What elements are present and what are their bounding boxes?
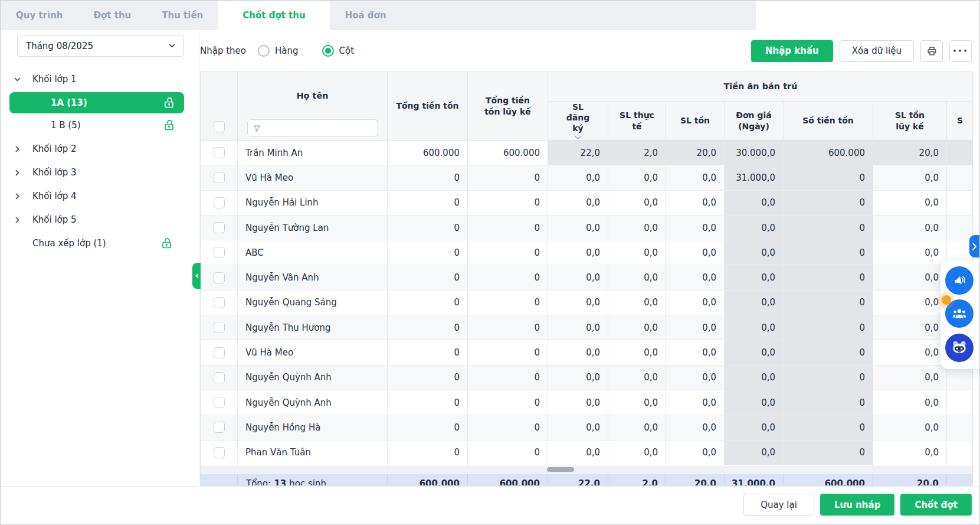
col-sl-dang-ky[interactable]: SL đăng ký xyxy=(548,102,608,140)
value-cell[interactable]: 0,0 xyxy=(608,165,666,190)
value-cell[interactable]: 0,0 xyxy=(608,291,666,315)
horizontal-scrollbar-thumb[interactable] xyxy=(547,467,574,472)
row-checkbox[interactable] xyxy=(214,197,225,208)
clear-data-button[interactable]: Xóa dữ liệu xyxy=(840,40,914,62)
value-cell[interactable]: 0,0 xyxy=(873,415,947,439)
value-cell[interactable]: 0,0 xyxy=(548,191,608,215)
value-cell[interactable]: 0,0 xyxy=(548,415,608,439)
value-cell[interactable]: 0,0 xyxy=(548,265,608,289)
value-cell[interactable]: 0,0 xyxy=(548,165,608,190)
value-cell[interactable]: 0,0 xyxy=(608,390,666,415)
finalize-button[interactable]: Chốt đợt xyxy=(900,494,972,516)
row-checkbox[interactable] xyxy=(214,272,225,283)
sidebar-item-1a[interactable]: 1A (13) xyxy=(9,92,184,113)
row-checkbox[interactable] xyxy=(214,247,225,258)
tab-dot-thu[interactable]: Đợt thu xyxy=(78,1,147,30)
back-button[interactable]: Quay lại xyxy=(743,494,814,516)
value-cell[interactable]: 0,0 xyxy=(873,315,947,340)
value-cell[interactable]: 0,0 xyxy=(873,366,947,390)
value-cell[interactable]: 0,0 xyxy=(873,340,947,364)
value-cell[interactable]: 0,0 xyxy=(608,315,666,340)
value-cell[interactable]: 0,0 xyxy=(608,216,666,240)
row-checkbox[interactable] xyxy=(214,222,225,233)
tab-hoa-don[interactable]: Hoá đơn xyxy=(330,1,402,30)
row-checkbox[interactable] xyxy=(214,322,225,333)
row-checkbox[interactable] xyxy=(214,397,225,408)
row-checkbox[interactable] xyxy=(214,147,225,158)
value-cell[interactable]: 0,0 xyxy=(873,240,947,265)
value-cell[interactable]: 0,0 xyxy=(666,165,725,190)
value-cell[interactable]: 0,0 xyxy=(548,240,608,265)
sidebar-group-khoi-lop-4[interactable]: Khối lớp 4 xyxy=(1,184,199,208)
value-cell[interactable]: 0,0 xyxy=(548,366,608,390)
value-cell[interactable]: 0,0 xyxy=(873,291,947,315)
row-checkbox[interactable] xyxy=(214,447,225,458)
month-select[interactable]: Tháng 08/2025 xyxy=(17,35,183,57)
value-cell[interactable]: 0,0 xyxy=(548,441,608,465)
value-cell[interactable]: 0,0 xyxy=(873,216,947,240)
value-cell[interactable]: 0,0 xyxy=(666,240,725,265)
value-cell[interactable]: 0,0 xyxy=(666,441,725,465)
value-cell[interactable] xyxy=(947,415,973,439)
value-cell[interactable] xyxy=(947,165,973,190)
radio-row[interactable]: Hàng xyxy=(258,45,299,57)
value-cell[interactable] xyxy=(947,191,973,215)
horizontal-scrollbar-track[interactable] xyxy=(201,466,972,473)
value-cell[interactable]: 0,0 xyxy=(548,315,608,340)
tab-thu-tien[interactable]: Thu tiền xyxy=(146,1,218,30)
row-checkbox[interactable] xyxy=(214,372,225,383)
sidebar-group-khoi-lop-1[interactable]: Khối lớp 1 xyxy=(1,67,199,91)
value-cell[interactable]: 0,0 xyxy=(608,191,666,215)
value-cell[interactable]: 0,0 xyxy=(666,191,725,215)
value-cell[interactable]: 0,0 xyxy=(608,415,666,439)
print-button[interactable] xyxy=(920,40,943,62)
value-cell[interactable]: 0,0 xyxy=(608,366,666,390)
sidebar-group-khoi-lop-5[interactable]: Khối lớp 5 xyxy=(1,208,199,231)
value-cell[interactable]: 0,0 xyxy=(608,340,666,364)
tab-chot-dot-thu[interactable]: Chốt đợt thu xyxy=(218,1,329,30)
announcement-button[interactable] xyxy=(945,266,974,295)
value-cell[interactable]: 0,0 xyxy=(873,390,947,415)
value-cell[interactable]: 0,0 xyxy=(666,415,725,439)
sidebar-collapse-handle[interactable] xyxy=(192,263,201,289)
value-cell[interactable]: 0,0 xyxy=(666,390,725,415)
value-cell[interactable] xyxy=(947,441,973,465)
value-cell[interactable]: 0,0 xyxy=(666,315,725,340)
assistant-mascot-button[interactable] xyxy=(945,334,974,362)
value-cell[interactable]: 0,0 xyxy=(873,191,947,215)
value-cell[interactable]: 0,0 xyxy=(548,291,608,315)
sidebar-group-khoi-lop-2[interactable]: Khối lớp 2 xyxy=(1,137,199,161)
import-button[interactable]: Nhập khẩu xyxy=(751,40,833,62)
sidebar-group-khoi-lop-3[interactable]: Khối lớp 3 xyxy=(1,161,199,184)
value-cell[interactable]: 0,0 xyxy=(548,390,608,415)
value-cell[interactable] xyxy=(947,216,973,240)
value-cell[interactable]: 0,0 xyxy=(873,441,947,465)
row-checkbox[interactable] xyxy=(214,347,225,358)
value-cell[interactable]: 0,0 xyxy=(608,265,666,289)
community-button[interactable] xyxy=(945,299,974,328)
name-filter-input[interactable] xyxy=(247,119,378,137)
row-checkbox[interactable] xyxy=(214,172,225,183)
value-cell[interactable]: 0,0 xyxy=(873,265,947,289)
select-all-checkbox[interactable] xyxy=(214,121,225,132)
radio-column[interactable]: Cột xyxy=(322,45,355,57)
value-cell[interactable]: 0,0 xyxy=(548,340,608,364)
sidebar-item-chua-xep-lop[interactable]: Chưa xếp lớp (1) xyxy=(1,231,199,255)
value-cell[interactable]: 0,0 xyxy=(666,366,725,390)
row-checkbox[interactable] xyxy=(214,422,225,433)
value-cell[interactable]: 0,0 xyxy=(666,216,725,240)
value-cell[interactable]: 0,0 xyxy=(608,441,666,465)
value-cell[interactable] xyxy=(947,390,973,415)
value-cell[interactable]: 0,0 xyxy=(666,265,725,289)
value-cell[interactable]: 0,0 xyxy=(666,340,725,364)
save-draft-button[interactable]: Lưu nháp xyxy=(820,494,894,516)
sidebar-item-1b[interactable]: 1 B (5) xyxy=(9,115,184,136)
value-cell[interactable]: 0,0 xyxy=(873,165,947,190)
panel-expand-tab[interactable] xyxy=(969,235,979,257)
row-checkbox[interactable] xyxy=(214,297,225,308)
value-cell[interactable]: 0,0 xyxy=(548,216,608,240)
value-cell[interactable]: 0,0 xyxy=(608,240,666,265)
tab-quy-trinh[interactable]: Quy trình xyxy=(1,1,78,30)
value-cell[interactable]: 0,0 xyxy=(666,291,725,315)
more-button[interactable]: ••• xyxy=(949,40,972,62)
